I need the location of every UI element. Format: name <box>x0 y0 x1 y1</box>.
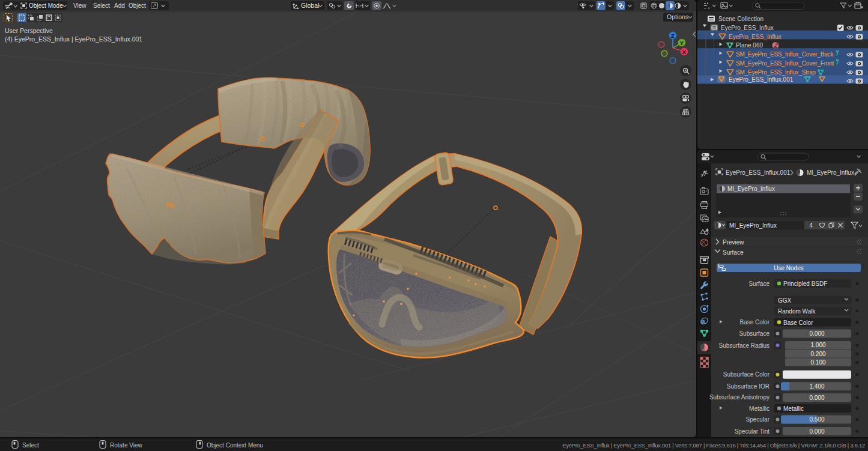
svg-text:Random Walk: Random Walk <box>778 308 816 315</box>
svg-text:MI_EyePro_Influx: MI_EyePro_Influx <box>807 169 854 176</box>
svg-text:Select: Select <box>22 442 39 449</box>
svg-text:Surface: Surface <box>723 249 744 256</box>
svg-text:Base Color: Base Color <box>740 319 770 325</box>
svg-text:Scene Collection: Scene Collection <box>718 16 763 22</box>
svg-text:MI_EyePro_Influx: MI_EyePro_Influx <box>727 186 775 192</box>
svg-text:Specular Tint: Specular Tint <box>735 428 770 435</box>
svg-text:Preview: Preview <box>723 239 744 246</box>
svg-text:MI_EyePro_Influx: MI_EyePro_Influx <box>729 222 777 229</box>
svg-text:EyePro_ESS_Influx: EyePro_ESS_Influx <box>721 25 774 31</box>
svg-text:Specular: Specular <box>746 416 770 423</box>
svg-text:0.500: 0.500 <box>809 416 824 423</box>
svg-text:1.000: 1.000 <box>810 342 825 348</box>
svg-text:Subsurface IOR: Subsurface IOR <box>727 383 769 390</box>
svg-text:X: X <box>682 49 687 55</box>
svg-text:Surface: Surface <box>749 280 770 287</box>
svg-text:0.000: 0.000 <box>809 330 824 337</box>
svg-text:Rotate View: Rotate View <box>110 442 143 449</box>
svg-text:EyePro_ESS_Influx | EyePro_ESS: EyePro_ESS_Influx | EyePro_ESS_Influx.00… <box>562 442 865 449</box>
svg-text:0.000: 0.000 <box>809 395 824 401</box>
svg-text:Subsurface Color: Subsurface Color <box>723 371 770 378</box>
svg-text:Z: Z <box>671 32 675 39</box>
svg-text:EyePro_ESS_Influx.001: EyePro_ESS_Influx.001 <box>729 76 794 83</box>
svg-text:0.200: 0.200 <box>810 351 825 357</box>
svg-text:EyePro_ESS_Influx.001: EyePro_ESS_Influx.001 <box>726 169 791 176</box>
svg-text:1.400: 1.400 <box>809 383 824 390</box>
svg-text:0.000: 0.000 <box>809 428 824 435</box>
svg-text:Metallic: Metallic <box>749 405 769 412</box>
svg-text:Metallic: Metallic <box>783 405 804 412</box>
svg-text:SM_EyePro_ESS_Influx_Cover_Bac: SM_EyePro_ESS_Influx_Cover_Back <box>736 51 834 58</box>
svg-text:0.100: 0.100 <box>810 359 825 366</box>
svg-text:Y: Y <box>680 40 684 46</box>
svg-text:Subsurface Radius: Subsurface Radius <box>719 342 770 349</box>
svg-text:EyePro_ESS_Influx: EyePro_ESS_Influx <box>729 34 782 40</box>
svg-text:GGX: GGX <box>778 297 792 304</box>
svg-text:Base Color: Base Color <box>783 319 813 326</box>
svg-text:Subsurface Anisotropy: Subsurface Anisotropy <box>709 394 769 401</box>
svg-text:4: 4 <box>809 222 813 229</box>
svg-text:Plane.060: Plane.060 <box>736 42 763 49</box>
svg-text:Object Context Menu: Object Context Menu <box>207 442 263 449</box>
svg-text:Principled BSDF: Principled BSDF <box>783 280 827 287</box>
svg-text:SM_EyePro_ESS_Influx_Cover_Fro: SM_EyePro_ESS_Influx_Cover_Front <box>736 60 834 67</box>
svg-text:SM_EyePro_ESS_Influx_Strap: SM_EyePro_ESS_Influx_Strap <box>736 69 816 76</box>
svg-text:Subsurface: Subsurface <box>739 330 769 337</box>
svg-text:Use Nodes: Use Nodes <box>774 265 803 271</box>
